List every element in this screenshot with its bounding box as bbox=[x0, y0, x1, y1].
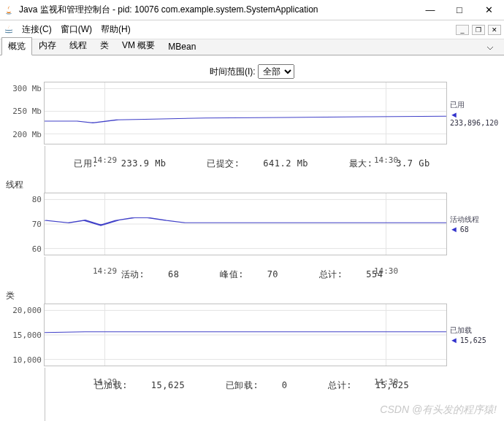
connect-icon bbox=[3, 24, 15, 36]
heap-y-axis: 300 Mb 250 Mb 200 Mb bbox=[7, 82, 43, 144]
content: 时间范围(I): 全部 300 Mb 250 Mb 200 Mb 14:29 1… bbox=[0, 55, 504, 396]
classes-y-axis: 20,000 15,000 10,000 bbox=[7, 304, 43, 366]
menu-help[interactable]: 帮助(H) bbox=[96, 22, 135, 37]
mdi-close-button[interactable]: ✕ bbox=[488, 25, 501, 35]
tab-vm[interactable]: VM 概要 bbox=[115, 36, 161, 55]
classes-chart[interactable]: 20,000 15,000 10,000 14:29 14:30 bbox=[44, 304, 447, 366]
window-controls: — □ ✕ bbox=[421, 4, 498, 17]
heap-legend: 已用 ◄ 233,896,120 bbox=[447, 82, 498, 144]
tab-dropdown-icon[interactable] bbox=[484, 43, 497, 53]
maximize-button[interactable]: □ bbox=[450, 4, 469, 17]
time-range-select[interactable]: 全部 bbox=[258, 64, 294, 79]
tab-memory[interactable]: 内存 bbox=[32, 36, 63, 55]
tab-classes[interactable]: 类 bbox=[93, 36, 115, 55]
threads-legend: 活动线程 ◄ 68 bbox=[447, 193, 498, 255]
time-range-row: 时间范围(I): 全部 bbox=[6, 60, 498, 82]
tabbar: 概览 内存 线程 类 VM 概要 MBean bbox=[0, 39, 504, 55]
mdi-controls: _ ❐ ✕ bbox=[456, 25, 501, 35]
time-range-label: 时间范围(I): bbox=[210, 66, 256, 77]
menu-connect[interactable]: 连接(C) bbox=[18, 22, 56, 37]
close-button[interactable]: ✕ bbox=[479, 4, 498, 17]
titlebar: Java 监视和管理控制台 - pid: 10076 com.example.s… bbox=[0, 0, 504, 20]
classes-panel: 类 20,000 15,000 10,000 14:29 14:30 已加载 bbox=[6, 288, 498, 396]
threads-chart[interactable]: 80 70 60 14:29 14:30 bbox=[44, 193, 447, 255]
tab-threads[interactable]: 线程 bbox=[63, 36, 93, 55]
mdi-restore-button[interactable]: ❐ bbox=[472, 25, 485, 35]
menu-window[interactable]: 窗口(W) bbox=[56, 22, 96, 37]
threads-y-axis: 80 70 60 bbox=[7, 193, 43, 255]
tab-mbean[interactable]: MBean bbox=[161, 39, 202, 55]
threads-panel: 线程 80 70 60 14:29 14:30 活动线程 ◄ 68 bbox=[6, 177, 498, 285]
tab-overview[interactable]: 概览 bbox=[1, 37, 32, 55]
mdi-min-button[interactable]: _ bbox=[456, 25, 469, 35]
classes-legend: 已加载 ◄ 15,625 bbox=[447, 304, 498, 366]
java-icon bbox=[3, 4, 15, 16]
minimize-button[interactable]: — bbox=[421, 4, 440, 17]
heap-chart[interactable]: 300 Mb 250 Mb 200 Mb 14:29 14:30 bbox=[44, 82, 447, 144]
heap-panel: 300 Mb 250 Mb 200 Mb 14:29 14:30 已用 ◄ 23… bbox=[6, 82, 498, 174]
window-title: Java 监视和管理控制台 - pid: 10076 com.example.s… bbox=[19, 4, 421, 16]
